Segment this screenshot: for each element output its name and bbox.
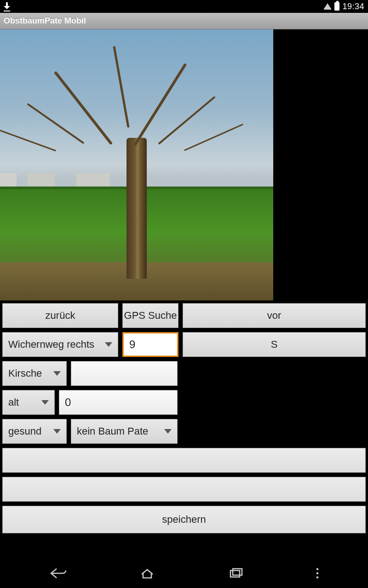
back-button[interactable]: zurück (2, 303, 118, 328)
svg-rect-1 (233, 569, 242, 575)
species-value: Kirsche (8, 368, 42, 379)
sponsor-spinner[interactable]: kein Baum Pate (71, 419, 178, 444)
quantity-input[interactable]: 0 (59, 390, 178, 415)
location-value: Wichernweg rechts (8, 339, 94, 351)
nav-recent-button[interactable] (223, 564, 249, 582)
variety-input[interactable] (71, 361, 178, 386)
download-icon (4, 2, 10, 11)
nav-home-button[interactable] (134, 564, 160, 582)
wifi-icon (323, 3, 332, 10)
s-button[interactable]: S (183, 332, 366, 357)
app-title: ObstbaumPate Mobil (4, 16, 86, 26)
nav-menu-button[interactable] (312, 568, 323, 578)
quantity-value: 0 (65, 396, 71, 409)
chevron-down-icon (105, 342, 112, 347)
nav-back-button[interactable] (46, 564, 71, 582)
sponsor-value: kein Baum Pate (77, 425, 148, 437)
app-title-bar: ObstbaumPate Mobil (0, 13, 368, 29)
save-button[interactable]: speichern (2, 506, 366, 533)
age-spinner[interactable]: alt (2, 390, 55, 415)
health-value: gesund (8, 425, 41, 437)
photo-area (0, 29, 368, 300)
status-clock: 19:34 (342, 2, 364, 11)
battery-icon (334, 2, 339, 11)
menu-dot-icon (316, 577, 318, 578)
health-spinner[interactable]: gesund (2, 419, 67, 444)
form-panel: zurück GPS Suche vor Wichernweg rechts 9… (0, 300, 368, 559)
species-spinner[interactable]: Kirsche (2, 361, 67, 386)
gps-search-button[interactable]: GPS Suche (122, 303, 178, 328)
menu-dot-icon (316, 568, 318, 570)
forward-button-label: vor (267, 310, 282, 322)
age-value: alt (8, 396, 19, 408)
chevron-down-icon (164, 429, 172, 434)
note-input-1[interactable] (2, 448, 366, 473)
note-input-2[interactable] (2, 477, 366, 502)
status-bar: 19:34 (0, 0, 368, 13)
location-spinner[interactable]: Wichernweg rechts (2, 332, 118, 357)
chevron-down-icon (53, 371, 61, 376)
chevron-down-icon (53, 429, 61, 434)
chevron-down-icon (41, 400, 49, 405)
back-button-label: zurück (46, 310, 75, 322)
s-button-label: S (271, 339, 278, 351)
save-button-label: speichern (162, 514, 206, 526)
svg-rect-0 (230, 571, 240, 577)
menu-dot-icon (316, 572, 318, 574)
tree-number-value: 9 (129, 338, 135, 351)
forward-button[interactable]: vor (183, 303, 366, 328)
tree-number-input[interactable]: 9 (122, 332, 178, 357)
tree-photo[interactable] (0, 29, 273, 300)
system-nav-bar (0, 559, 368, 588)
gps-search-label: GPS Suche (124, 310, 177, 322)
